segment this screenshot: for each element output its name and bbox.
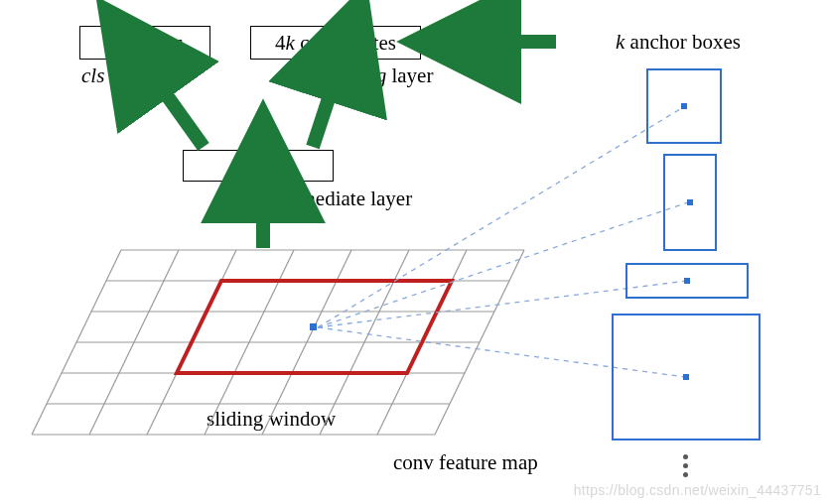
scores-box: 2k scores — [79, 26, 210, 60]
watermark-text: https://blog.csdn.net/weixin_44437751 — [574, 482, 821, 498]
scores-box-text: 2k scores — [106, 33, 184, 54]
coords-box: 4k coordinates — [250, 26, 421, 60]
arrow-256d-to-scores — [154, 77, 204, 147]
anchor-dot — [687, 199, 693, 205]
svg-line-7 — [32, 250, 121, 435]
sliding-window — [177, 281, 452, 373]
svg-line-8 — [89, 250, 179, 435]
intermediate-layer-label: intermediate layer — [261, 187, 412, 211]
anchor-box-1 — [646, 68, 722, 144]
green-arrows — [154, 42, 556, 248]
arrow-256d-to-coords — [313, 77, 336, 147]
intermediate-box-text: 256-d — [234, 156, 283, 177]
reg-layer-label: reg layer — [359, 63, 433, 88]
feature-map-label: conv feature map — [393, 450, 538, 475]
anchor-box-2 — [663, 154, 717, 251]
coords-box-text: 4k coordinates — [275, 33, 396, 54]
anchor-dot — [681, 103, 687, 109]
cls-layer-label: cls layer — [81, 63, 152, 88]
sliding-window-label: sliding window — [207, 407, 336, 432]
svg-line-14 — [435, 250, 524, 435]
center-dot — [310, 323, 317, 330]
intermediate-box: 256-d — [183, 150, 334, 182]
anchor-box-3 — [625, 263, 749, 299]
anchor-ellipsis-icon — [683, 450, 688, 481]
anchor-dot — [683, 374, 689, 380]
anchor-box-4 — [612, 314, 761, 441]
anchor-boxes-label: k anchor boxes — [616, 30, 741, 55]
anchor-dot — [684, 278, 690, 284]
svg-line-13 — [377, 250, 467, 435]
